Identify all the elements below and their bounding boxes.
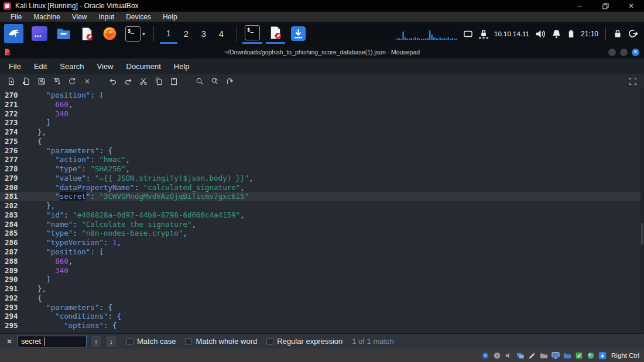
close-icon[interactable]: ✕: [632, 49, 639, 56]
option-match-case[interactable]: Match case: [126, 337, 176, 346]
code-line-284[interactable]: 284 "name": "Calculate the signature",: [0, 220, 644, 229]
optical-disc-icon[interactable]: [492, 351, 501, 360]
menu-item-file[interactable]: File: [5, 12, 28, 22]
app-window-launcher[interactable]: •••: [29, 23, 50, 44]
menu-item-help[interactable]: Help: [167, 62, 196, 71]
menu-item-devices[interactable]: Devices: [120, 12, 157, 22]
new-document-icon[interactable]: [5, 75, 18, 87]
code-line-273[interactable]: 273 ]: [0, 118, 644, 127]
mouse-integration-icon[interactable]: [586, 351, 595, 360]
code-line-289[interactable]: 289 340: [0, 266, 644, 275]
code-line-271[interactable]: 271 660,: [0, 100, 644, 109]
logout-icon[interactable]: [628, 29, 638, 39]
workspace-2[interactable]: 2: [177, 23, 195, 44]
terminal-launcher[interactable]: $_ ▾: [123, 23, 148, 44]
lock-screen-icon[interactable]: [613, 29, 622, 39]
option-regular-expression[interactable]: Regular expression: [266, 337, 342, 346]
menu-item-view[interactable]: View: [66, 12, 93, 22]
window-button-terminal[interactable]: $_: [242, 23, 262, 44]
code-line-270[interactable]: 270 "position": [: [0, 91, 644, 100]
find-next-button[interactable]: ↓: [105, 336, 117, 347]
scrollbar[interactable]: [640, 88, 644, 333]
code-line-283[interactable]: 283 "id": "e406828a-0d97-44b8-8798-6d066…: [0, 211, 644, 220]
workspace-1[interactable]: 1: [160, 23, 177, 44]
volume-icon[interactable]: [535, 29, 546, 39]
shared-folder-icon[interactable]: [539, 351, 548, 360]
code-line-276[interactable]: 276 "parameters": {: [0, 146, 644, 156]
find-icon[interactable]: [193, 75, 206, 87]
battery-icon[interactable]: [567, 29, 576, 39]
code-line-281[interactable]: 281 "secret": "3CWVGMndgMvdVAzOjqBiTicmv…: [0, 192, 644, 201]
code-line-286[interactable]: 286 "typeVersion": 1,: [0, 238, 644, 247]
option-match-whole-word[interactable]: Match whole word: [185, 337, 257, 346]
chevron-down-icon[interactable]: ▾: [142, 30, 145, 37]
code-line-290[interactable]: 290 ]: [0, 275, 644, 284]
minimize-icon[interactable]: ─: [567, 0, 592, 12]
code-line-275[interactable]: 275 {: [0, 137, 644, 146]
redo-icon[interactable]: [122, 75, 135, 87]
menu-item-document[interactable]: Document: [120, 62, 167, 71]
maximize-icon[interactable]: [620, 49, 628, 56]
menu-item-view[interactable]: View: [91, 62, 120, 71]
checkbox-icon[interactable]: [126, 338, 133, 345]
open-document-icon[interactable]: [20, 75, 33, 87]
code-line-277[interactable]: 277 "action": "hmac",: [0, 155, 644, 164]
undo-icon[interactable]: [107, 75, 119, 87]
workspace-4[interactable]: 4: [213, 23, 230, 44]
restore-icon[interactable]: [592, 0, 618, 12]
firefox-launcher[interactable]: [100, 23, 119, 44]
menu-item-input[interactable]: Input: [93, 12, 121, 22]
vpn-lock-icon[interactable]: [478, 29, 489, 39]
code-line-282[interactable]: 282 },: [0, 201, 644, 211]
network-icon[interactable]: [516, 351, 525, 360]
fullscreen-icon[interactable]: [626, 75, 639, 87]
code-line-294[interactable]: 294 "conditions": {: [0, 312, 644, 321]
menu-item-machine[interactable]: Machine: [28, 12, 66, 22]
menu-item-search[interactable]: Search: [53, 62, 90, 71]
text-editor-launcher[interactable]: [77, 23, 97, 44]
code-line-292[interactable]: 292 {: [0, 294, 644, 303]
display-icon[interactable]: [551, 351, 560, 360]
code-line-291[interactable]: 291 },: [0, 284, 644, 294]
scrollbar-thumb[interactable]: [641, 223, 643, 245]
downloads-button[interactable]: [289, 23, 308, 44]
hdd-icon[interactable]: [481, 351, 489, 360]
code-line-293[interactable]: 293 "parameters": {: [0, 303, 644, 312]
search-input[interactable]: [18, 336, 87, 347]
close-document-icon[interactable]: [81, 75, 94, 87]
keyboard-capture-icon[interactable]: [598, 351, 607, 360]
kali-menu-button[interactable]: [2, 23, 26, 44]
code-line-278[interactable]: 278 "type": "SHA256",: [0, 164, 644, 174]
paste-icon[interactable]: [167, 75, 180, 87]
screenshot-icon[interactable]: [463, 29, 473, 39]
save-icon[interactable]: [35, 75, 48, 87]
text-editor-area[interactable]: 270 "position": [271 660,272 340273 ]274…: [0, 88, 644, 333]
reload-icon[interactable]: [66, 75, 78, 87]
find-previous-button[interactable]: ↑: [90, 336, 102, 347]
menu-item-file[interactable]: File: [2, 62, 28, 71]
code-line-295[interactable]: 295 "options": {: [0, 321, 644, 330]
copy-icon[interactable]: [152, 75, 165, 87]
menu-item-help[interactable]: Help: [157, 12, 183, 22]
workspace-3[interactable]: 3: [195, 23, 213, 44]
code-line-280[interactable]: 280 "dataPropertyName": "calculated_sign…: [0, 183, 644, 192]
cut-icon[interactable]: [137, 75, 150, 87]
code-line-279[interactable]: 279 "value": "={{ JSON.stringify($json.b…: [0, 174, 644, 183]
code-line-274[interactable]: 274 },: [0, 127, 644, 137]
code-line-285[interactable]: 285 "type": "n8n-nodes-base.crypto",: [0, 229, 644, 238]
features-icon[interactable]: [574, 351, 583, 360]
close-icon[interactable]: ✕: [618, 0, 644, 12]
cpu-graph-icon[interactable]: [396, 27, 458, 41]
menu-item-edit[interactable]: Edit: [28, 62, 53, 71]
notifications-bell-icon[interactable]: [551, 29, 561, 39]
vpn-ip-address[interactable]: 10.10.14.11: [494, 30, 529, 37]
folder-icon[interactable]: [563, 351, 571, 360]
checkbox-icon[interactable]: [185, 338, 192, 345]
close-find-icon[interactable]: ✕: [5, 337, 14, 346]
code-line-288[interactable]: 288 860,: [0, 257, 644, 266]
code-line-287[interactable]: 287 "position": [: [0, 247, 644, 257]
code-line-272[interactable]: 272 340: [0, 109, 644, 119]
save-as-icon[interactable]: [50, 75, 63, 87]
usb-icon[interactable]: [527, 351, 536, 360]
go-to-icon[interactable]: [224, 75, 237, 87]
